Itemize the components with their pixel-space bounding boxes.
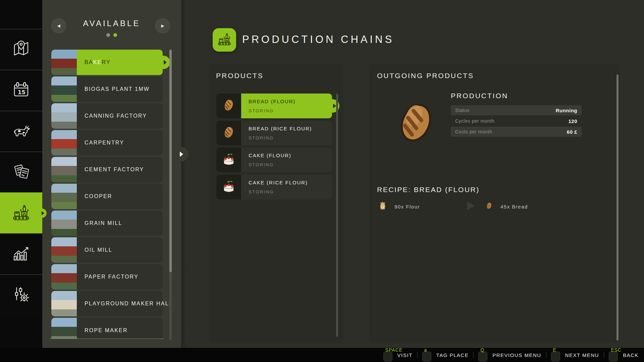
product-plate (241, 121, 332, 145)
product-name: BREAD (FLOUR) (249, 99, 296, 104)
outgoing-title: OUTGOING PRODUCTS (377, 72, 474, 80)
building-row[interactable]: OIL MILL (51, 237, 173, 263)
calendar-icon: 15 (11, 80, 31, 101)
building-name: CARPENTRY (85, 140, 124, 146)
building-row[interactable]: COOPER (51, 184, 173, 209)
stat-value: Running (556, 108, 577, 113)
svg-text:15: 15 (18, 89, 25, 96)
available-buildings-panel: ◀ AVAILABLE ▶ BAKERYBIOGAS PLANT 1MWCANN… (42, 0, 181, 348)
hotkey-action-label: BACK (623, 352, 639, 358)
products-scrollbar[interactable] (336, 94, 338, 337)
building-row[interactable]: PLAYGROUND MAKER HALL (51, 291, 173, 316)
building-row[interactable]: GRAIN MILL (51, 210, 173, 236)
products-card: PRODUCTS BREAD (FLOUR)STORING BREAD (RIC… (209, 64, 343, 343)
building-name: GRAIN MILL (85, 220, 122, 226)
panel-expand-arrow[interactable] (174, 147, 189, 162)
product-row[interactable]: BREAD (FLOUR)STORING (216, 94, 332, 119)
keycap-a: a (422, 352, 431, 361)
pager-dots[interactable] (42, 33, 181, 37)
sidebar-item-controls[interactable] (0, 274, 42, 315)
building-thumbnail (51, 76, 77, 102)
recipe-output-qty: 45x Bread (500, 204, 528, 209)
building-thumbnail (51, 50, 77, 75)
building-thumbnail (51, 184, 77, 209)
building-name: COOPER (85, 193, 112, 199)
building-row[interactable]: CEMENT FACTORY (51, 157, 173, 182)
product-row[interactable]: BREAD (RICE FLOUR)STORING (216, 121, 332, 146)
keycap-esc: ESC (609, 352, 618, 361)
pager-dot-active[interactable] (113, 33, 117, 37)
building-list: BAKERYBIOGAS PLANT 1MWCANNING FACTORYCAR… (51, 50, 173, 339)
building-name: ROPE MAKER (85, 327, 128, 334)
sidebar-item-animals[interactable] (0, 111, 42, 152)
recipe-heading: RECIPE: BREAD (FLOUR) (377, 186, 480, 194)
building-thumbnail (51, 264, 77, 290)
outgoing-scrollbar[interactable] (616, 74, 619, 341)
building-row[interactable]: CANNING FACTORY (51, 103, 173, 129)
building-thumbnail (51, 318, 77, 339)
sidebar-item-production[interactable] (0, 192, 42, 233)
chevron-right-icon: ▶ (161, 23, 164, 28)
building-name: BAKERY (85, 59, 111, 65)
key-label: E (553, 347, 556, 353)
hotkey-visit[interactable]: SPACEVISIT (383, 349, 413, 361)
stat-label: Cycles per month (455, 118, 494, 124)
key-label: SPACE (385, 347, 402, 353)
product-row[interactable]: CAKE (FLOUR)STORING (216, 147, 332, 173)
building-row[interactable]: ROPE MAKER (51, 318, 173, 339)
building-row[interactable]: PAPER FACTORY (51, 264, 173, 290)
cake-icon (220, 178, 237, 196)
keycap-q: Q (478, 352, 487, 361)
building-name: BIOGAS PLANT 1MW (85, 86, 150, 92)
keycap-space: SPACE (383, 352, 392, 361)
stat-label: Status (455, 108, 470, 113)
buildings-scrollbar-thumb[interactable] (169, 50, 172, 272)
stat-value: 60 £ (567, 129, 577, 135)
building-name: OIL MILL (85, 247, 112, 253)
product-status: STORING (249, 189, 274, 194)
hotkey-separator (604, 352, 604, 358)
hotkey-previous-menu[interactable]: QPREVIOUS MENU (478, 349, 541, 361)
active-item-notch (37, 208, 47, 218)
map-icon (11, 39, 31, 60)
hotkey-action-label: TAG PLACE (436, 352, 469, 358)
product-plate (241, 147, 332, 172)
sidebar-item-calendar[interactable]: 15 (0, 70, 42, 111)
building-row[interactable]: BAKERY (51, 50, 173, 75)
page-title: PRODUCTION CHAINS (242, 34, 394, 46)
hotkey-separator (546, 352, 546, 358)
product-name: CAKE (FLOUR) (249, 153, 291, 158)
pager-right-button[interactable]: ▶ (155, 18, 170, 34)
hotkey-bar: SPACEVISITaTAG PLACEQPREVIOUS MENUENEXT … (0, 348, 644, 362)
stat-row-costs-per-month: Costs per month60 £ (451, 127, 582, 137)
sidebar: 15 (0, 0, 42, 348)
hotkey-back[interactable]: ESCBACK (609, 349, 639, 361)
selected-row-arrow (157, 56, 170, 69)
hotkey-action-label: PREVIOUS MENU (492, 352, 541, 358)
product-row[interactable]: CAKE (RICE FLOUR)STORING (216, 175, 332, 200)
hotkey-tag-place[interactable]: aTAG PLACE (422, 349, 469, 361)
sidebar-item-map[interactable] (0, 29, 42, 70)
product-status: STORING (249, 162, 274, 167)
key-label: a (424, 347, 427, 353)
building-thumbnail (51, 291, 77, 316)
hotkey-next-menu[interactable]: ENEXT MENU (551, 349, 599, 361)
hotkey-separator (417, 352, 418, 358)
building-row[interactable]: BIOGAS PLANT 1MW (51, 76, 173, 102)
keycap-e: E (551, 352, 560, 361)
sidebar-item-statistics[interactable] (0, 233, 42, 274)
product-status: STORING (249, 108, 274, 113)
stat-value: 120 (568, 118, 577, 124)
hotkey-action-label: NEXT MENU (565, 352, 599, 358)
recipe-input-qty: 90x Flour (394, 204, 420, 209)
building-name: CANNING FACTORY (85, 113, 147, 119)
product-name: BREAD (RICE FLOUR) (249, 126, 312, 131)
pager-dot[interactable] (106, 33, 110, 37)
sidebar-item-contracts[interactable] (0, 152, 42, 192)
hotkey-action-label: VISIT (397, 352, 413, 358)
key-label: Q (480, 347, 484, 353)
stat-row-status: StatusRunning (451, 105, 582, 115)
building-name: CEMENT FACTORY (85, 167, 144, 173)
key-label: ESC (611, 347, 622, 353)
building-row[interactable]: CARPENTRY (51, 130, 173, 156)
